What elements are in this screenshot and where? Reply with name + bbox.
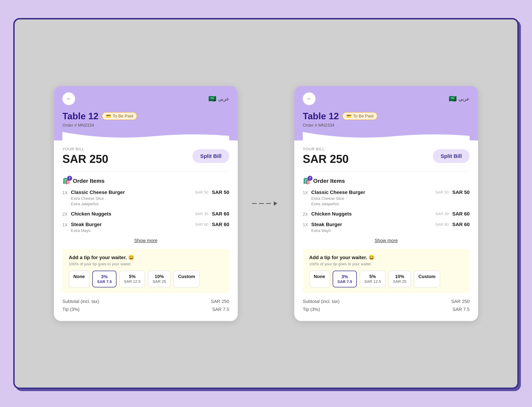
item-qty-0-right: 1X xyxy=(303,190,311,195)
lang-toggle-right[interactable]: عربي 🇸🇦 xyxy=(449,95,470,102)
item-name-0-left: Classic Cheese Burger xyxy=(71,189,195,195)
body-right: YOUR BILL SAR 250 Split Bill 🛍️7 Order I… xyxy=(294,141,478,321)
subtotal-label-right: Subtotal (incl. tax) xyxy=(303,299,340,304)
order-header-right: 🛍️7 Order Items xyxy=(303,177,470,185)
bill-label-right: YOUR BILL xyxy=(303,147,349,151)
item-mod-0a-left: Extra Cheese Slice xyxy=(71,196,195,201)
order-num-left: Order # MN2334 xyxy=(62,123,229,128)
dash-2 xyxy=(259,203,264,204)
item-qty-2-left: 1X xyxy=(62,222,71,227)
order-icon-right: 🛍️7 xyxy=(303,177,311,185)
order-label-left: Order Items xyxy=(73,178,105,184)
main-frame: ← عربي 🇸🇦 Table 12 💳 To Be Paid Order # … xyxy=(13,18,519,389)
tip-5-right[interactable]: 5% SAR 12.5 xyxy=(360,271,385,287)
order-item-2-left: 1X Steak Burger Extra Mayo SAR 60 SAR 60 xyxy=(62,222,229,234)
status-text-left: To Be Paid xyxy=(113,114,133,118)
order-item-0-left: 1X Classic Cheese Burger Extra Cheese Sl… xyxy=(62,189,229,207)
order-label-right: Order Items xyxy=(313,178,345,184)
tip-3-left[interactable]: 3% SAR 7.5 xyxy=(92,271,117,287)
tip-10-left[interactable]: 10% SAR 25 xyxy=(148,271,171,287)
header-right: ← عربي 🇸🇦 Table 12 💳 To Be Paid Order # … xyxy=(294,86,478,141)
table-info-right: Table 12 💳 To Be Paid Order # MN2334 xyxy=(303,111,470,128)
status-icon-left: 💳 xyxy=(106,114,111,118)
tip-label-left: Tip (3%) xyxy=(62,307,79,312)
phone-card-left: ← عربي 🇸🇦 Table 12 💳 To Be Paid Order # … xyxy=(54,86,238,321)
tip-10-right[interactable]: 10% SAR 25 xyxy=(388,271,411,287)
item-total-2-left: SAR 60 xyxy=(212,222,229,227)
item-mod-0b-right: Extra Jalapeños xyxy=(311,201,435,207)
subtotal-label-left: Subtotal (incl. tax) xyxy=(62,299,99,304)
divider-left xyxy=(62,171,229,172)
bill-label-left: YOUR BILL xyxy=(62,147,108,151)
summary-subtotal-right: Subtotal (incl. tax) SAR 250 xyxy=(303,299,470,304)
tip-3-right[interactable]: 3% SAR 7.5 xyxy=(333,271,357,287)
back-button-left[interactable]: ← xyxy=(62,92,75,105)
status-badge-left: 💳 To Be Paid xyxy=(102,112,137,120)
lang-label-left: عربي xyxy=(218,96,229,102)
tip-custom-left[interactable]: Custom xyxy=(173,271,200,287)
summary-tip-right: Tip (3%) SAR 7.5 xyxy=(303,307,470,312)
bill-row-left: YOUR BILL SAR 250 Split Bill xyxy=(62,147,229,165)
item-prices-1-left: SAR 30 SAR 60 xyxy=(195,211,229,217)
item-name-2-right: Steak Burger xyxy=(311,222,435,227)
item-total-0-left: SAR 50 xyxy=(212,189,229,195)
tip-section-left: Add a tip for your waiter. 😄 100% of you… xyxy=(62,249,229,293)
item-qty-1-right: 2X xyxy=(303,212,311,217)
item-unit-1-left: SAR 30 xyxy=(195,212,208,216)
tip-none-right[interactable]: None xyxy=(309,271,330,287)
wave-left xyxy=(62,132,229,141)
show-more-right: Show more xyxy=(303,238,470,243)
order-num-right: Order # MN2334 xyxy=(303,123,470,128)
tip-options-left: None 3% SAR 7.5 5% SAR 12.5 10% SAR 25 xyxy=(69,271,223,287)
tip-section-right: Add a tip for your waiter. 😄 100% of you… xyxy=(303,249,470,293)
tip-5-left[interactable]: 5% SAR 12.5 xyxy=(119,271,145,287)
divider-right xyxy=(303,171,470,172)
item-name-2-left: Steak Burger xyxy=(71,222,195,227)
item-details-0-left: Classic Cheese Burger Extra Cheese Slice… xyxy=(71,189,195,207)
tip-subtitle-right: 100% of your tip goes to your waiter. xyxy=(309,262,463,266)
order-item-1-left: 2X Chicken Nuggets SAR 30 SAR 60 xyxy=(62,211,229,218)
item-unit-0-right: SAR 50 xyxy=(435,190,449,195)
item-prices-1-right: SAR 30 SAR 60 xyxy=(435,211,470,217)
tip-none-left[interactable]: None xyxy=(69,271,89,287)
bill-row-right: YOUR BILL SAR 250 Split Bill xyxy=(303,147,470,165)
tip-label-right: Tip (3%) xyxy=(303,307,320,312)
show-more-link-left[interactable]: Show more xyxy=(134,238,158,243)
order-item-1-right: 2X Chicken Nuggets SAR 30 SAR 60 xyxy=(303,211,470,218)
tip-options-right: None 3% SAR 7.5 5% SAR 12.5 10% SAR 25 xyxy=(309,271,463,287)
item-name-1-left: Chicken Nuggets xyxy=(71,211,195,217)
item-total-0-right: SAR 50 xyxy=(452,189,470,195)
item-details-2-right: Steak Burger Extra Mayo xyxy=(311,222,435,234)
item-qty-0-left: 1X xyxy=(62,190,71,195)
dash-3 xyxy=(266,203,271,204)
item-unit-2-right: SAR 60 xyxy=(435,222,449,227)
table-title-left: Table 12 xyxy=(62,111,98,121)
item-unit-2-left: SAR 60 xyxy=(195,222,208,227)
header-left: ← عربي 🇸🇦 Table 12 💳 To Be Paid Order # … xyxy=(54,86,238,141)
show-more-left: Show more xyxy=(62,238,229,243)
show-more-link-right[interactable]: Show more xyxy=(374,238,398,243)
order-header-left: 🛍️7 Order Items xyxy=(62,177,229,185)
item-prices-2-right: SAR 60 SAR 60 xyxy=(435,222,470,227)
split-bill-button-right[interactable]: Split Bill xyxy=(433,149,470,163)
lang-toggle-left[interactable]: عربي 🇸🇦 xyxy=(208,95,229,102)
status-text-right: To Be Paid xyxy=(353,114,373,118)
item-details-2-left: Steak Burger Extra Mayo xyxy=(71,222,195,234)
item-mod-0a-right: Extra Cheese Slice xyxy=(311,196,435,201)
item-mod-0b-left: Extra Jalapeños xyxy=(71,201,195,207)
wave-right xyxy=(303,132,470,141)
item-prices-0-left: SAR 50 SAR 50 xyxy=(195,189,229,195)
split-bill-button-left[interactable]: Split Bill xyxy=(192,149,229,163)
item-mod-2a-left: Extra Mayo xyxy=(71,228,195,234)
item-prices-2-left: SAR 60 SAR 60 xyxy=(195,222,229,227)
arrow-connector xyxy=(252,203,280,204)
arrow-head-icon xyxy=(274,201,277,206)
back-button-right[interactable]: ← xyxy=(303,92,316,105)
order-item-0-right: 1X Classic Cheese Burger Extra Cheese Sl… xyxy=(303,189,470,207)
item-name-0-right: Classic Cheese Burger xyxy=(311,189,435,195)
table-info-left: Table 12 💳 To Be Paid Order # MN2334 xyxy=(62,111,229,128)
bill-amount-right: SAR 250 xyxy=(303,152,349,165)
tip-custom-right[interactable]: Custom xyxy=(414,271,440,287)
summary-tip-left: Tip (3%) SAR 7.5 xyxy=(62,307,229,312)
tip-value-left: SAR 7.5 xyxy=(212,307,229,312)
